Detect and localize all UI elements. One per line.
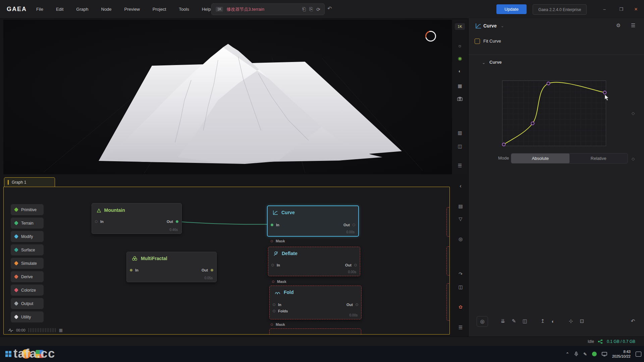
node-deflate[interactable]: Deflate In Out 0.00s: [268, 247, 360, 276]
pin-handle-icon[interactable]: ◇: [632, 111, 635, 116]
category-derive[interactable]: Derive: [11, 271, 44, 282]
camera-icon[interactable]: [452, 96, 468, 102]
erosion-drop-icon[interactable]: ◎: [454, 236, 467, 242]
grid-toggle-icon[interactable]: ▦: [452, 83, 468, 89]
viewport-resolution-button[interactable]: 1K: [455, 23, 465, 30]
sort-button[interactable]: ⇊: [497, 316, 508, 326]
port-out-dot[interactable]: [176, 220, 178, 223]
port-out-dot[interactable]: [354, 264, 357, 266]
node-clipped-bottom[interactable]: [269, 328, 361, 335]
node-curve[interactable]: Curve In Out 0.00s: [267, 205, 359, 237]
category-modify[interactable]: Modify: [11, 231, 44, 242]
graph-tab[interactable]: Graph 1: [4, 177, 55, 187]
mode-absolute-button[interactable]: Absolute: [511, 154, 570, 163]
export-button[interactable]: ↥: [537, 316, 548, 326]
mask-port-deflate[interactable]: Mask: [271, 239, 285, 243]
curve-editor[interactable]: [502, 80, 606, 146]
bucket-icon[interactable]: ◫: [454, 284, 467, 290]
port-in-dot[interactable]: [130, 269, 132, 272]
contrast-button[interactable]: ◐: [548, 316, 558, 326]
save-icon[interactable]: ⎗: [302, 6, 306, 12]
node-multifractal[interactable]: MultiFractal In Out 0.05s: [126, 252, 217, 282]
close-button[interactable]: ✕: [629, 0, 643, 18]
minimize-button[interactable]: –: [598, 0, 611, 18]
fit-curve-checkbox[interactable]: [475, 39, 480, 44]
mask-port-next[interactable]: Mask: [271, 322, 285, 326]
split-view-button[interactable]: ◫: [520, 316, 530, 326]
menu-tools[interactable]: Tools: [179, 7, 189, 12]
antivirus-icon[interactable]: [592, 352, 597, 356]
node-mountain[interactable]: △ Mountain In Out 0.46s: [92, 203, 182, 234]
node-clipped-right-2[interactable]: [446, 246, 450, 276]
collapse-panel-icon[interactable]: ‹: [454, 183, 467, 189]
menu-node[interactable]: Node: [101, 7, 112, 12]
curve-control-point[interactable]: [502, 143, 505, 146]
port-out-dot[interactable]: [211, 269, 213, 272]
node-graph-canvas[interactable]: Primitive Terrain Modify Surface Simulat…: [3, 187, 450, 335]
category-output[interactable]: Output: [11, 298, 44, 309]
curve-control-point[interactable]: [531, 122, 534, 125]
panel-title-chevron-icon[interactable]: ⌄: [501, 24, 504, 28]
panel-undo-button[interactable]: ↶: [628, 316, 638, 326]
colorize-tool-icon[interactable]: ✿: [454, 304, 467, 310]
asset-box-icon[interactable]: ◫: [452, 143, 468, 149]
curve-control-point[interactable]: [603, 91, 606, 94]
viewport-menu-icon[interactable]: ☰: [452, 163, 468, 169]
port-out-dot[interactable]: [353, 224, 355, 226]
library-icon[interactable]: ▤: [454, 203, 467, 209]
node-settings-icon[interactable]: ⚙: [616, 22, 621, 28]
fullscreen-button[interactable]: ⊡: [577, 316, 587, 326]
panel-menu-icon[interactable]: ☰: [631, 22, 635, 28]
menu-edit[interactable]: Edit: [56, 7, 63, 12]
category-utility[interactable]: Utility: [11, 311, 44, 322]
pen-icon[interactable]: ✎: [583, 352, 587, 357]
category-terrain[interactable]: Terrain: [11, 218, 44, 229]
port-out-dot[interactable]: [356, 303, 358, 306]
strip-menu-icon[interactable]: ☰: [454, 325, 467, 330]
mode-relative-button[interactable]: Relative: [570, 154, 628, 163]
port-in-dot[interactable]: [95, 220, 98, 223]
curve-path[interactable]: [504, 82, 605, 144]
timeline-grid-icon[interactable]: ▦: [59, 328, 63, 333]
timeline-scrubber[interactable]: [29, 328, 56, 332]
category-surface[interactable]: Surface: [11, 244, 44, 255]
menu-graph[interactable]: Graph: [76, 7, 88, 12]
start-button[interactable]: [5, 351, 11, 357]
port-in-dot[interactable]: [271, 224, 273, 226]
menu-file[interactable]: File: [36, 7, 43, 12]
update-button[interactable]: Update: [496, 4, 527, 14]
autosave-icon[interactable]: ⟳: [316, 7, 320, 12]
menu-preview[interactable]: Preview: [124, 7, 140, 12]
lighting-icon[interactable]: ☼: [452, 43, 468, 49]
curve-control-point[interactable]: [547, 82, 550, 85]
category-simulate[interactable]: Simulate: [11, 258, 44, 269]
contrast-view-icon[interactable]: ◐: [452, 68, 468, 74]
pin-handle-icon[interactable]: ◇: [632, 157, 635, 161]
category-colorize[interactable]: Colorize: [11, 285, 44, 296]
curve-section-chevron-icon[interactable]: ⌄: [482, 60, 485, 65]
document-tab[interactable]: 1K 修改器节点3.terrain ⎗ ⎘ ⟳: [211, 3, 325, 15]
annotate-button[interactable]: ✎: [508, 316, 519, 326]
node-fold[interactable]: Fold In Out Folds 0.00s: [269, 286, 362, 319]
filter-icon[interactable]: ▽: [454, 216, 467, 222]
port-folds-dot[interactable]: [273, 310, 275, 312]
layers-icon[interactable]: ▥: [452, 130, 468, 136]
menu-help[interactable]: Help: [202, 7, 211, 12]
node-clipped-right-3[interactable]: [446, 283, 450, 321]
activity-icon[interactable]: [8, 328, 13, 332]
microphone-icon[interactable]: [574, 352, 578, 356]
tray-expand-icon[interactable]: ⌃: [566, 352, 569, 357]
search-nodes-button[interactable]: ◎: [477, 316, 488, 327]
maximize-button[interactable]: ❒: [614, 0, 628, 18]
notification-center-icon[interactable]: [636, 352, 641, 357]
save-as-icon[interactable]: ⎘: [309, 6, 313, 12]
mask-port-fold[interactable]: Mask: [272, 280, 286, 284]
port-in-dot[interactable]: [271, 264, 274, 266]
fit-view-button[interactable]: ⊹: [566, 316, 576, 326]
node-clipped-right-1[interactable]: [446, 207, 450, 237]
category-primitive[interactable]: Primitive: [11, 204, 44, 215]
menu-project[interactable]: Project: [153, 7, 166, 12]
curve-tool-icon[interactable]: ↷: [454, 271, 467, 277]
taskbar-clock[interactable]: 8:43 2025/10/22: [612, 349, 631, 359]
undo-icon[interactable]: ↶: [327, 5, 332, 12]
